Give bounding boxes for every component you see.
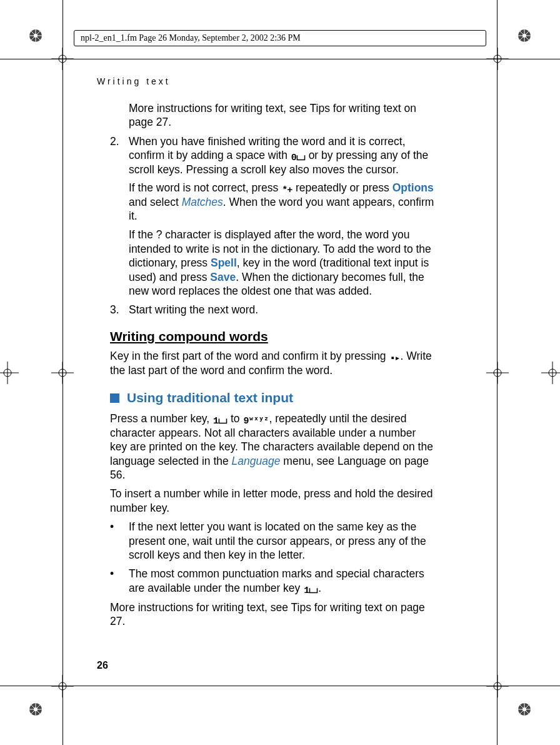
step-number: 3. — [110, 303, 129, 317]
crop-cross-icon — [0, 362, 19, 384]
step-3: 3. Start writing the next word. — [110, 303, 435, 317]
step-2-para-2: If the word is not correct, press *+ rep… — [129, 181, 435, 223]
text: and select — [129, 196, 182, 208]
svg-point-23 — [522, 707, 526, 711]
trad-more: More instructions for writing text, see … — [110, 601, 435, 629]
heading-compound-words: Writing compound words — [110, 328, 435, 345]
bullet-dot: • — [110, 520, 129, 562]
compound-para: Key in the first part of the word and co… — [110, 349, 435, 377]
page-info-text: npl-2_en1_1.fm Page 26 Monday, September… — [81, 33, 301, 43]
crop-cross-icon — [51, 675, 74, 697]
text: Press a number key, — [110, 412, 212, 425]
key-right-icon: ▪▸ — [389, 354, 400, 363]
key-1-icon: 1⌴ — [303, 586, 318, 595]
key-star-icon: *+ — [281, 186, 292, 195]
bullet-text: The most common punctuation marks and sp… — [129, 567, 435, 595]
text: repeatedly or press — [292, 181, 392, 194]
bullet-dot: • — [110, 567, 129, 595]
step-text: When you have finished writing the word … — [129, 134, 435, 177]
bullet-2: • The most common punctuation marks and … — [110, 567, 435, 595]
registration-mark-icon — [26, 26, 45, 45]
text: If the word is not correct, press — [129, 181, 281, 194]
ui-language: Language — [232, 455, 281, 467]
step-2-para-3: If the ? character is displayed after th… — [129, 228, 435, 298]
page: npl-2_en1_1.fm Page 26 Monday, September… — [0, 0, 560, 745]
crop-cross-icon — [486, 675, 509, 697]
key-1-icon: 1⌴ — [212, 417, 228, 426]
registration-mark-icon — [26, 700, 45, 719]
trad-para-2: To insert a number while in letter mode,… — [110, 487, 435, 515]
ui-spell: Spell — [211, 256, 237, 269]
bullet-1: • If the next letter you want is located… — [110, 520, 435, 562]
page-number: 26 — [97, 660, 108, 671]
heading-text: Using traditional text input — [127, 390, 293, 407]
svg-point-5 — [34, 34, 38, 38]
crop-rail-top — [0, 59, 560, 59]
step-number: 2. — [110, 134, 129, 177]
text: The most common punctuation marks and sp… — [129, 567, 424, 594]
heading-traditional-input: Using traditional text input — [110, 390, 435, 407]
registration-mark-icon — [515, 700, 534, 719]
crop-cross-icon — [486, 48, 509, 70]
ui-options: Options — [392, 181, 434, 194]
crop-cross-icon — [51, 362, 74, 384]
crop-cross-icon — [51, 48, 74, 70]
page-info-bar: npl-2_en1_1.fm Page 26 Monday, September… — [74, 30, 486, 46]
step-2: 2. When you have finished writing the wo… — [110, 134, 435, 177]
crop-rail-bottom — [0, 686, 560, 686]
key-0-icon: 0⌴ — [291, 153, 306, 163]
crop-cross-icon — [486, 362, 509, 384]
key-9-icon: 9ʷˣʸᶻ — [242, 417, 269, 426]
ui-matches: Matches — [182, 196, 223, 208]
crop-cross-icon — [541, 362, 560, 384]
bullet-text: If the next letter you want is located o… — [129, 520, 435, 562]
ui-save: Save — [210, 271, 236, 283]
text: to — [228, 412, 242, 425]
svg-point-11 — [522, 34, 526, 38]
running-head: Writing text — [97, 76, 171, 86]
intro-more: More instructions for writing text, see … — [110, 101, 435, 129]
body-content: More instructions for writing text, see … — [110, 101, 435, 634]
registration-mark-icon — [515, 26, 534, 45]
text: Key in the first part of the word and co… — [110, 350, 389, 362]
step-text: Start writing the next word. — [129, 303, 435, 317]
text: . — [318, 582, 321, 594]
trad-para-1: Press a number key, 1⌴ to 9ʷˣʸᶻ, repeate… — [110, 412, 435, 482]
blue-square-icon — [110, 393, 119, 403]
svg-point-17 — [34, 707, 38, 711]
